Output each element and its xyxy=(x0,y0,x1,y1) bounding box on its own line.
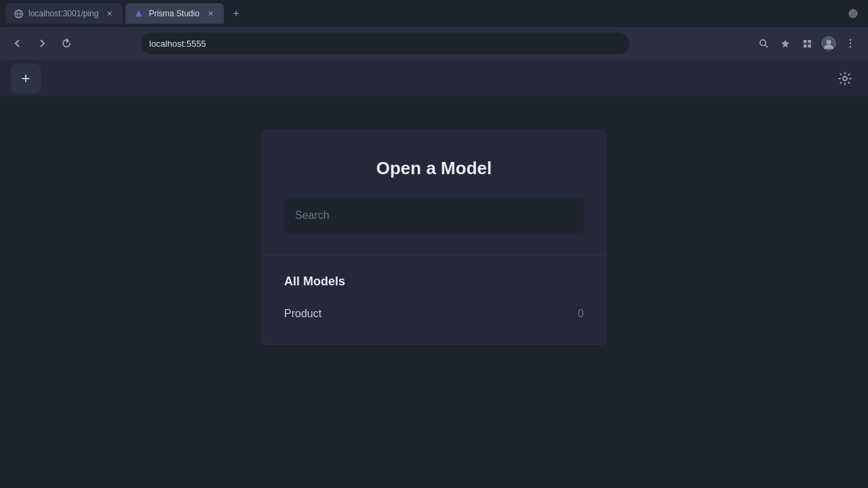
tab-1-close[interactable]: ✕ xyxy=(104,8,115,19)
new-tab-button[interactable]: + xyxy=(226,4,245,23)
model-panel-bottom: All Models Product 0 xyxy=(262,256,606,344)
search-input[interactable] xyxy=(284,198,584,233)
svg-point-4 xyxy=(849,9,857,18)
all-models-label: All Models xyxy=(284,274,584,289)
model-panel-top: Open a Model xyxy=(262,131,606,256)
globe-icon xyxy=(14,9,23,18)
app-header: + xyxy=(0,60,868,98)
tab-2-label: Prisma Studio xyxy=(149,9,199,18)
address-text: localhost:5555 xyxy=(149,39,206,49)
record-icon xyxy=(844,4,863,23)
tab-bar: localhost:3001/ping ✕ Prisma Studio ✕ + xyxy=(0,0,868,27)
svg-point-15 xyxy=(850,43,852,45)
zoom-icon[interactable] xyxy=(754,34,773,53)
bookmark-icon[interactable] xyxy=(776,34,795,53)
model-row-product[interactable]: Product 0 xyxy=(284,302,584,325)
tab-1-label: localhost:3001/ping xyxy=(28,9,98,18)
address-bar-row: localhost:5555 xyxy=(0,27,868,60)
open-model-title: Open a Model xyxy=(284,158,584,179)
svg-point-13 xyxy=(827,40,831,45)
svg-rect-8 xyxy=(803,39,806,43)
address-bar[interactable]: localhost:5555 xyxy=(141,33,629,54)
search-wrapper xyxy=(284,198,584,233)
svg-rect-10 xyxy=(803,44,806,47)
svg-point-17 xyxy=(843,77,847,81)
svg-marker-7 xyxy=(781,40,789,47)
reload-button[interactable] xyxy=(57,34,76,53)
add-button[interactable]: + xyxy=(11,64,41,94)
svg-point-5 xyxy=(760,39,765,45)
menu-icon[interactable] xyxy=(841,34,860,53)
tab-localhost[interactable]: localhost:3001/ping ✕ xyxy=(5,3,123,24)
svg-point-16 xyxy=(850,46,852,48)
svg-marker-3 xyxy=(136,9,142,16)
browser-chrome: localhost:3001/ping ✕ Prisma Studio ✕ + xyxy=(0,0,868,60)
model-panel: Open a Model All Models Product 0 xyxy=(262,130,606,345)
browser-actions xyxy=(754,34,860,53)
svg-line-6 xyxy=(765,45,768,47)
svg-rect-9 xyxy=(808,39,811,43)
model-name-product: Product xyxy=(284,308,321,320)
tab-prisma-studio[interactable]: Prisma Studio ✕ xyxy=(125,3,224,24)
profile-icon[interactable] xyxy=(819,34,838,53)
model-count-product: 0 xyxy=(578,308,584,320)
tab-2-close[interactable]: ✕ xyxy=(205,8,216,19)
svg-rect-11 xyxy=(808,44,811,47)
prisma-icon xyxy=(134,9,143,18)
settings-button[interactable] xyxy=(833,66,857,91)
main-content: Open a Model All Models Product 0 xyxy=(0,98,868,488)
extensions-icon[interactable] xyxy=(797,34,816,53)
forward-button[interactable] xyxy=(33,34,52,53)
back-button[interactable] xyxy=(8,34,27,53)
svg-point-14 xyxy=(850,39,852,41)
